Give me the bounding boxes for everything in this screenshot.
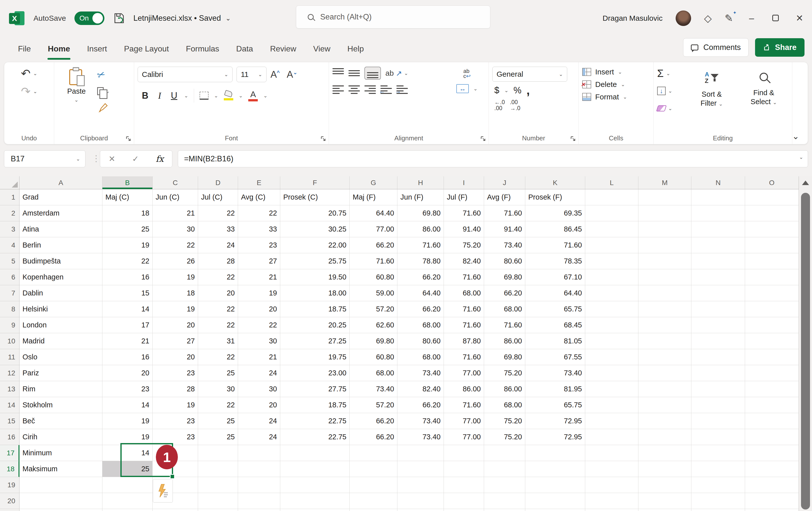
undo-button[interactable]: ↶ ⌄ <box>21 67 37 80</box>
row-header-18[interactable]: 18 <box>0 461 20 477</box>
cell-H5[interactable]: 78.80 <box>397 253 444 269</box>
cell-F8[interactable]: 18.75 <box>280 301 350 317</box>
cell-M18[interactable] <box>638 461 691 477</box>
cell-E10[interactable]: 30 <box>238 333 280 349</box>
cell-B17[interactable]: 14 <box>103 445 153 461</box>
row-header-21[interactable]: 21 <box>0 509 20 511</box>
cell-D18[interactable] <box>198 461 238 477</box>
cell-J12[interactable]: 75.20 <box>484 365 525 381</box>
cell-I21[interactable] <box>444 509 484 511</box>
cell-D6[interactable]: 22 <box>198 269 238 285</box>
row-header-5[interactable]: 5 <box>0 253 20 269</box>
maximize-button[interactable] <box>770 13 781 24</box>
scrollbar-thumb[interactable] <box>801 193 810 510</box>
cell-O21[interactable] <box>745 509 799 511</box>
search-box[interactable]: Search (Alt+Q) <box>296 5 490 28</box>
autosum-button[interactable]: Σ ⌄ <box>657 67 685 80</box>
cell-B6[interactable]: 16 <box>103 269 153 285</box>
cell-A17[interactable]: Minimum <box>20 445 103 461</box>
cell-N5[interactable] <box>691 253 745 269</box>
cell-K8[interactable]: 65.75 <box>525 301 585 317</box>
cell-K2[interactable]: 69.35 <box>525 205 585 221</box>
cell-E13[interactable]: 30 <box>238 381 280 397</box>
cell-E6[interactable]: 21 <box>238 269 280 285</box>
cell-D2[interactable]: 22 <box>198 205 238 221</box>
cell-O20[interactable] <box>745 493 799 509</box>
cell-K16[interactable]: 72.95 <box>525 429 585 445</box>
cell-J6[interactable]: 69.80 <box>484 269 525 285</box>
cell-M10[interactable] <box>638 333 691 349</box>
cell-A21[interactable] <box>20 509 103 511</box>
cell-N15[interactable] <box>691 413 745 429</box>
cell-C2[interactable]: 21 <box>153 205 198 221</box>
cell-K15[interactable]: 72.95 <box>525 413 585 429</box>
align-middle-button[interactable] <box>348 68 360 78</box>
cell-J5[interactable]: 80.60 <box>484 253 525 269</box>
excel-app-icon[interactable]: X <box>9 11 25 26</box>
cell-H19[interactable] <box>397 477 444 493</box>
cell-A15[interactable]: Beč <box>20 413 103 429</box>
cell-B3[interactable]: 25 <box>103 221 153 237</box>
cell-N2[interactable] <box>691 205 745 221</box>
cell-J13[interactable]: 86.00 <box>484 381 525 397</box>
row-header-17[interactable]: 17 <box>0 445 20 461</box>
delete-cells-button[interactable]: Delete ⌄ <box>582 80 650 89</box>
cell-O2[interactable] <box>745 205 799 221</box>
orientation-button[interactable]: ab ↗ ⌄ <box>385 69 408 78</box>
cell-E1[interactable]: Avg (C) <box>238 189 280 205</box>
fill-handle[interactable] <box>170 474 175 479</box>
cell-H11[interactable]: 68.00 <box>397 349 444 365</box>
cell-O11[interactable] <box>745 349 799 365</box>
cell-F12[interactable]: 23.00 <box>280 365 350 381</box>
alignment-dialog-launcher[interactable] <box>480 136 486 142</box>
cell-M6[interactable] <box>638 269 691 285</box>
row-header-20[interactable]: 20 <box>0 493 20 509</box>
tab-home[interactable]: Home <box>41 36 77 61</box>
cell-B13[interactable]: 23 <box>103 381 153 397</box>
cell-L11[interactable] <box>585 349 638 365</box>
cell-O1[interactable] <box>745 189 799 205</box>
cell-E3[interactable]: 33 <box>238 221 280 237</box>
column-header-J[interactable]: J <box>484 176 525 189</box>
cell-H1[interactable]: Jun (F) <box>397 189 444 205</box>
cell-F14[interactable]: 18.75 <box>280 397 350 413</box>
cell-M9[interactable] <box>638 317 691 333</box>
cell-B1[interactable]: Maj (C) <box>103 189 153 205</box>
cell-F18[interactable] <box>280 461 350 477</box>
cell-G5[interactable]: 71.60 <box>350 253 397 269</box>
column-header-K[interactable]: K <box>525 176 585 189</box>
close-button[interactable]: ✕ <box>794 13 805 24</box>
cell-O13[interactable] <box>745 381 799 397</box>
cell-B18[interactable]: 25 <box>103 461 153 477</box>
cell-A6[interactable]: Kopenhagen <box>20 269 103 285</box>
cell-N13[interactable] <box>691 381 745 397</box>
cell-I9[interactable]: 71.60 <box>444 317 484 333</box>
cell-D15[interactable]: 25 <box>198 413 238 429</box>
cell-E7[interactable]: 19 <box>238 285 280 301</box>
row-header-6[interactable]: 6 <box>0 269 20 285</box>
cell-K9[interactable]: 68.45 <box>525 317 585 333</box>
cell-E21[interactable] <box>238 509 280 511</box>
insert-cells-button[interactable]: Insert ⌄ <box>582 68 650 76</box>
row-header-11[interactable]: 11 <box>0 349 20 365</box>
cell-B7[interactable]: 15 <box>103 285 153 301</box>
cell-H12[interactable]: 73.40 <box>397 365 444 381</box>
find-select-button[interactable]: Find & Select ⌄ <box>739 67 788 115</box>
cell-G18[interactable] <box>350 461 397 477</box>
cell-G19[interactable] <box>350 477 397 493</box>
cell-H21[interactable] <box>397 509 444 511</box>
cell-G2[interactable]: 64.40 <box>350 205 397 221</box>
cell-J11[interactable]: 69.80 <box>484 349 525 365</box>
cell-H17[interactable] <box>397 445 444 461</box>
tab-formulas[interactable]: Formulas <box>179 36 226 61</box>
column-header-F[interactable]: F <box>280 176 350 189</box>
cell-F2[interactable]: 20.75 <box>280 205 350 221</box>
cell-L21[interactable] <box>585 509 638 511</box>
avatar[interactable] <box>676 10 691 26</box>
cell-D10[interactable]: 31 <box>198 333 238 349</box>
row-header-16[interactable]: 16 <box>0 429 20 445</box>
cell-M1[interactable] <box>638 189 691 205</box>
column-header-C[interactable]: C <box>153 176 198 189</box>
cell-I2[interactable]: 71.60 <box>444 205 484 221</box>
enter-button[interactable]: ✓ <box>132 154 139 164</box>
